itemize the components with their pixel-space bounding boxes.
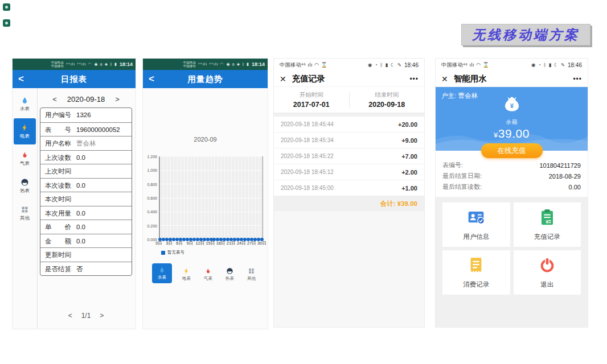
usage-chart: 0.0000.2000.4000.6000.8001.0001.200 [144,156,263,239]
back-icon[interactable]: < [149,73,154,85]
gas-meter-icon [20,151,29,159]
x-gridline [167,157,167,239]
status-time: 18:14 [120,61,133,67]
grid-card-exit[interactable]: 退出 [514,250,581,295]
current-date: 2020-09-18 [67,95,105,104]
y-tick-label: 0.600 [147,196,157,200]
status-icons: ◉ Ⓝ ◈ ᛒ ▮ [94,62,117,67]
record-time: 2020-09-18 18:45:00 [281,185,334,191]
online-recharge-button[interactable]: 在线充值 [481,143,543,158]
field-label: 金 额 [45,238,71,245]
x-gridline [245,157,245,239]
page-title: 用量趋势 [143,74,268,85]
legend-label: 暂无表号 [167,250,184,255]
recharge-icon: ¥ [538,208,556,229]
back-icon[interactable]: < [18,73,24,85]
x-tick-label: 18日 [216,241,225,246]
grid-card-consume[interactable]: 消费记录 [442,250,510,295]
side-item-electric[interactable]: 电表 [14,118,36,144]
tab-other[interactable]: 其他 [244,266,259,283]
start-date-picker[interactable]: 开始时间 2017-07-01 [274,91,349,109]
info-row-last-date: 最后结算日期: 2018-08-29 [442,171,581,181]
x-gridline [218,157,218,239]
slide-canvas: 无线移动端方案 中国电信中国移动 ⁴⁶ılı ⁴⁶ılı ◠ ◉ Ⓝ ◈ ᛒ ▮… [0,0,607,364]
x-gridline [201,157,202,239]
next-page-arrow[interactable]: > [100,312,104,320]
field-label: 上次时间 [45,168,71,175]
svg-text:¥: ¥ [546,219,548,225]
report-field-row: 单 价0.0 [40,220,132,234]
meter-type-sidebar: 水表电表气表热表其他 [13,88,38,329]
field-label: 表 号 [45,126,71,133]
next-date-arrow[interactable]: > [115,95,120,104]
status-time: 18:46 [568,62,582,68]
x-gridline [191,157,191,239]
tab-water[interactable]: 水表 [152,263,172,283]
y-tick-label: 1.200 [147,155,157,159]
x-gridline [211,157,212,239]
x-tick-label: 0日 [155,241,162,246]
record-amount: +1.00 [401,185,417,192]
electric-meter-icon [183,267,190,275]
x-gridline [174,157,174,239]
close-icon[interactable]: ✕ [441,75,448,84]
status-bar: 中国电信中国移动 ⁴⁶ılı ⁴⁶ılı ◠ ◉ Ⓝ ◈ ᛒ ▮ 18:14 [143,59,268,70]
more-icon[interactable]: ••• [409,75,419,83]
report-field-row: 本次用量0.0 [40,206,132,220]
x-tick-label: 6日 [176,241,183,246]
x-gridline [198,157,198,239]
x-gridline [177,157,178,239]
x-gridline [259,157,259,239]
y-tick-label: 0.800 [147,182,157,186]
water-meter-icon [158,266,166,274]
prev-date-arrow[interactable]: < [52,95,57,104]
info-row-last-reading: 最后结算读数: 0.00 [442,181,581,192]
x-gridline [252,157,252,239]
tab-electric[interactable]: 电表 [179,266,194,283]
meter-label: 气表 [20,160,30,167]
heat-meter-icon [226,267,233,275]
tab-heat[interactable]: 热表 [223,266,237,283]
end-date-picker[interactable]: 结束时间 2020-09-18 [350,91,425,109]
x-tick-label: 24日 [237,241,246,246]
x-tick-label: 15日 [206,241,215,246]
date-range-filter: 开始时间 2017-07-01 结束时间 2020-09-18 [274,87,424,113]
slide-corner-mark-1 [3,3,10,11]
side-item-heat[interactable]: 热表 [14,173,36,199]
field-value: 0.0 [76,224,85,230]
balance-card: 户主: 曹会林 ¥ 余额 ¥39.00 [436,87,588,151]
status-icons: ◉ ◔ ᛒ ▮ ☾ ✎ [368,62,402,68]
meter-label: 热表 [20,188,30,195]
grid-card-user-info[interactable]: 用户信息 [442,202,510,247]
side-item-water[interactable]: 水表 [14,91,36,117]
end-date-value: 2020-09-18 [368,101,405,109]
end-date-label: 结束时间 [375,91,399,99]
carrier-signal-icons: 中国移动⁴⁶ ılı ◠ ⌛ [441,61,531,69]
chart-title: 2020-09 [143,136,268,143]
meter-label: 水表 [158,275,166,280]
info-label: 最后结算日期: [442,172,482,180]
date-navigator: < 2020-09-18 > [40,92,132,106]
more-icon[interactable]: ••• [573,75,582,83]
other-meter-icon [20,205,29,214]
tab-gas[interactable]: 气表 [201,266,215,283]
nav-bar: ✕ 智能用水 ••• [436,71,588,87]
report-field-row: 更新时间 [40,247,132,262]
side-item-other[interactable]: 其他 [14,200,36,226]
grid-card-recharge[interactable]: ¥充值记录 [514,202,581,247]
field-label: 上次读数 [45,154,71,161]
signal-wifi-icons: ⁴⁶ılı ⁴⁶ılı ◠ [66,62,92,67]
record-amount: +20.00 [398,121,417,128]
x-tick-label: 21日 [227,241,236,246]
carrier-labels: 中国电信中国移动 [51,61,64,68]
side-item-gas[interactable]: 气表 [14,146,36,172]
prev-page-arrow[interactable]: < [68,312,72,320]
field-label: 用户编号 [45,111,71,118]
field-value: 1326 [76,111,91,118]
field-label: 本次时间 [45,196,71,202]
x-gridline [255,157,256,239]
meter-label: 电表 [182,276,191,282]
close-icon[interactable]: ✕ [280,75,286,84]
x-gridline [221,157,222,239]
x-gridline [214,157,215,239]
